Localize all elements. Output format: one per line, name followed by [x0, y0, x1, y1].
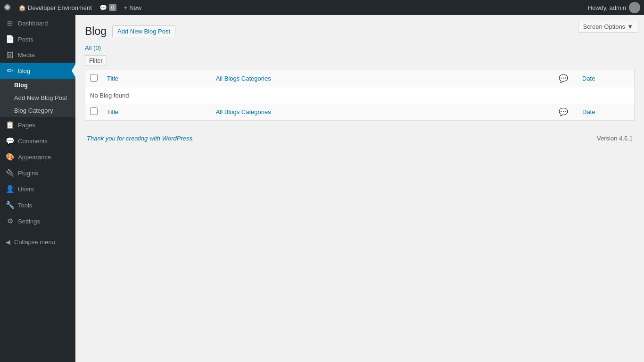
sidebar-item-plugins[interactable]: 🔌 Plugins — [0, 165, 75, 181]
footer-title-sort-link[interactable]: Title — [107, 108, 118, 115]
filter-button[interactable]: Filter — [85, 55, 107, 66]
page-footer: Thank you for creating with WordPress. V… — [85, 135, 635, 142]
footer-thank-you: Thank you for creating with WordPress. — [87, 135, 194, 142]
sidebar: ⊞ Dashboard 📄 Posts 🖼 Media ✏ Blog Blog … — [0, 15, 75, 362]
all-count-bar: All (0) — [85, 44, 635, 51]
posts-icon: 📄 — [6, 35, 14, 43]
sidebar-item-blog[interactable]: ✏ Blog — [0, 63, 75, 79]
adminbar-new[interactable]: + New — [120, 4, 145, 11]
sidebar-item-pages[interactable]: 📋 Pages — [0, 117, 75, 133]
blog-table-wrapper: Title All Blogs Categories 💬 Date — [85, 70, 635, 121]
sidebar-item-settings[interactable]: ⚙ Settings — [0, 213, 75, 229]
select-all-checkbox[interactable] — [90, 74, 98, 82]
footer-date-sort-link[interactable]: Date — [582, 108, 595, 115]
main-content: Screen Options ▼ Blog Add New Blog Post … — [75, 15, 644, 362]
screen-options-arrow-icon: ▼ — [627, 23, 633, 30]
page-header: Blog Add New Blog Post — [85, 25, 635, 39]
sidebar-item-media[interactable]: 🖼 Media — [0, 47, 75, 63]
sidebar-item-dashboard[interactable]: ⊞ Dashboard — [0, 15, 75, 31]
footer-category-col: All Blogs Categories — [211, 104, 549, 120]
header-title-col[interactable]: Title — [102, 70, 211, 87]
active-arrow-icon — [72, 64, 75, 77]
users-icon: 👤 — [6, 185, 14, 193]
footer-title-col[interactable]: Title — [102, 104, 211, 120]
wordpress-link[interactable]: Thank you for creating with WordPress. — [87, 135, 194, 142]
admin-avatar — [629, 2, 640, 13]
header-date-col[interactable]: Date — [578, 70, 634, 87]
no-blog-message: No Blog found — [85, 87, 634, 104]
sidebar-item-appearance[interactable]: 🎨 Appearance — [0, 149, 75, 165]
sidebar-item-blog-wrapper: ✏ Blog — [0, 63, 75, 79]
footer-checkbox-col — [85, 104, 102, 120]
sidebar-item-tools[interactable]: 🔧 Tools — [0, 197, 75, 213]
screen-options-button[interactable]: Screen Options ▼ — [578, 21, 638, 33]
footer-comments-col: 💬 — [549, 104, 578, 120]
blog-icon: ✏ — [6, 66, 14, 75]
footer-version: Version 4.6.1 — [597, 135, 633, 142]
settings-icon: ⚙ — [6, 217, 14, 225]
header-comments-col: 💬 — [549, 70, 578, 87]
all-filter-link[interactable]: All (0) — [85, 44, 101, 51]
blog-submenu: Blog Add New Blog Post Blog Category — [0, 79, 75, 117]
filter-bar: Filter — [85, 55, 635, 66]
home-icon: 🏠 — [18, 4, 26, 11]
footer-date-col[interactable]: Date — [578, 104, 634, 120]
tools-icon: 🔧 — [6, 201, 14, 209]
admin-bar: ✺ 🏠 Developer Environment 💬 0 + New Howd… — [0, 0, 644, 15]
comments-column-icon: 💬 — [559, 74, 568, 82]
blog-table: Title All Blogs Categories 💬 Date — [85, 70, 634, 120]
media-icon: 🖼 — [6, 51, 14, 59]
pages-icon: 📋 — [6, 121, 14, 129]
comments-icon: 💬 — [6, 137, 14, 145]
header-category-col: All Blogs Categories — [211, 70, 549, 87]
page-title: Blog — [85, 25, 107, 39]
wp-logo-icon[interactable]: ✺ — [4, 2, 11, 13]
collapse-icon: ◀ — [6, 239, 10, 246]
dashboard-icon: ⊞ — [6, 19, 14, 27]
sidebar-item-posts[interactable]: 📄 Posts — [0, 31, 75, 47]
appearance-icon: 🎨 — [6, 153, 14, 161]
adminbar-right: Howdy, admin — [588, 2, 640, 13]
footer-comments-icon: 💬 — [559, 108, 568, 116]
plugins-icon: 🔌 — [6, 169, 14, 177]
add-new-blog-post-button[interactable]: Add New Blog Post — [112, 25, 175, 37]
date-sort-link[interactable]: Date — [582, 75, 595, 82]
table-header-row: Title All Blogs Categories 💬 Date — [85, 70, 634, 87]
sidebar-sub-blog-category[interactable]: Blog Category — [0, 104, 75, 117]
header-checkbox-col — [85, 70, 102, 87]
adminbar-comments[interactable]: 💬 0 — [96, 4, 120, 11]
adminbar-howdy: Howdy, admin — [588, 4, 626, 11]
table-footer-row: Title All Blogs Categories 💬 Date — [85, 104, 634, 120]
sidebar-sub-blog[interactable]: Blog — [0, 79, 75, 91]
title-sort-link[interactable]: Title — [107, 75, 118, 82]
sidebar-sub-add-new-blog-post[interactable]: Add New Blog Post — [0, 91, 75, 104]
sidebar-item-users[interactable]: 👤 Users — [0, 181, 75, 197]
table-row-no-blog: No Blog found — [85, 87, 634, 104]
adminbar-site-name[interactable]: 🏠 Developer Environment — [15, 4, 96, 11]
select-all-footer-checkbox[interactable] — [90, 107, 98, 115]
comments-count-badge: 0 — [109, 4, 116, 11]
comment-bubble-icon: 💬 — [99, 4, 107, 11]
collapse-menu-button[interactable]: ◀ Collapse menu — [0, 234, 75, 250]
sidebar-item-comments[interactable]: 💬 Comments — [0, 133, 75, 149]
